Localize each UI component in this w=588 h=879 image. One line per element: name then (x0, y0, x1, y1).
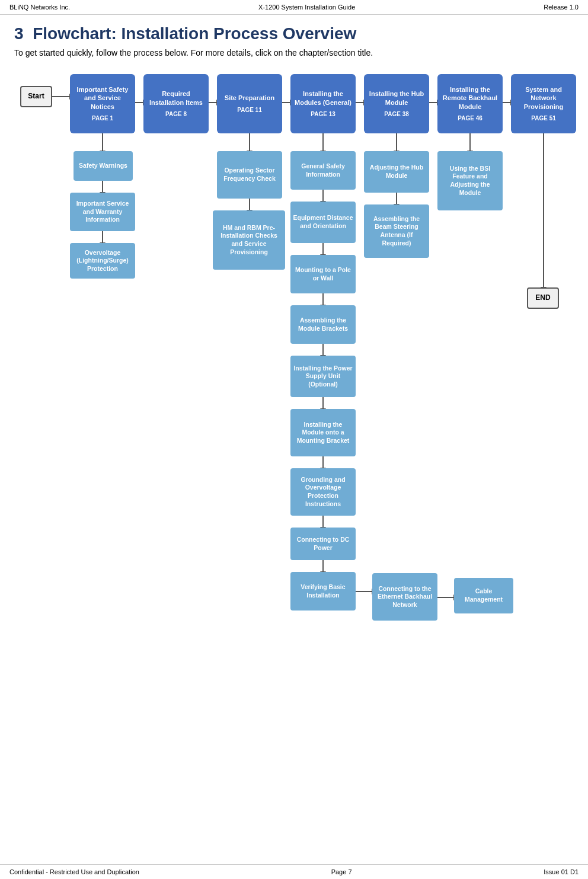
arrow-box3-operating (249, 133, 250, 151)
footer-left: Confidential - Restricted Use and Duplic… (9, 868, 139, 875)
box-assembling-brackets[interactable]: Assembling the Module Brackets (290, 305, 356, 344)
arrow-power-module-bracket (322, 397, 324, 409)
header-right: Release 1.0 (544, 4, 579, 11)
header-left: BLiNQ Networks Inc. (9, 4, 70, 11)
arrow-dc-verifying (322, 560, 324, 572)
arrow-box1-safety-warnings (102, 133, 103, 151)
box-required-items[interactable]: Required Installation Items PAGE 8 (143, 74, 209, 133)
arrow-adjusting-beam (396, 193, 397, 204)
box-system-network[interactable]: System and Network Provisioning PAGE 51 (511, 74, 576, 133)
box-hm-rbm[interactable]: HM and RBM Pre-Installation Checks and S… (213, 210, 285, 270)
arrow-box6-bsi (469, 133, 471, 151)
arrow-start-box1 (52, 96, 70, 97)
page-footer: Confidential - Restricted Use and Duplic… (0, 864, 588, 879)
box-grounding[interactable]: Grounding and Overvoltage Protection Ins… (290, 468, 356, 516)
section-title-text: Flowchart: Installation Process Overview (33, 24, 356, 43)
arrow-assembling-power (322, 344, 324, 356)
arrow-box4-box5 (356, 102, 364, 103)
end-box[interactable]: END (527, 287, 559, 309)
box-using-bsi[interactable]: Using the BSI Feature and Adjusting the … (437, 151, 503, 210)
arrow-general-equipment (322, 190, 324, 202)
box-hub-module[interactable]: Installing the Hub Module PAGE 38 (364, 74, 429, 133)
arrow-box7-end (543, 133, 544, 287)
box-mounting-pole[interactable]: Mounting to a Pole or Wall (290, 255, 356, 293)
section-title: 3 Flowchart: Installation Process Overvi… (14, 24, 574, 43)
box-operating-sector[interactable]: Operating Sector Frequency Check (217, 151, 282, 199)
box-adjusting-hub[interactable]: Adjusting the Hub Module (364, 151, 429, 193)
start-box[interactable]: Start (20, 86, 52, 107)
arrow-box5-adjusting (396, 133, 397, 151)
arrow-box1-box2 (135, 102, 143, 103)
box-important-service[interactable]: Important Service and Warranty Informati… (70, 193, 135, 231)
box-verifying-basic[interactable]: Verifying Basic Installation (290, 572, 356, 610)
box-installing-module-bracket[interactable]: Installing the Module onto a Mounting Br… (290, 409, 356, 456)
box-assembling-beam[interactable]: Assembling the Beam Steering Antenna (If… (364, 204, 429, 258)
box-general-safety[interactable]: General Safety Information (290, 151, 356, 190)
section-subtitle: To get started quickly, follow the proce… (14, 48, 574, 57)
box-important-safety[interactable]: Important Safety and Service Notices PAG… (70, 74, 135, 133)
box-safety-warnings[interactable]: Safety Warnings (74, 151, 133, 181)
arrow-safety-warranty (102, 181, 103, 193)
footer-right: Issue 01 D1 (544, 868, 579, 875)
flowchart: Start Important Safety and Service Notic… (14, 68, 577, 827)
arrow-box3-box4 (282, 102, 290, 103)
arrow-operating-hmrbm (249, 199, 250, 210)
box-equipment-distance[interactable]: Equipment Distance and Orientation (290, 202, 356, 243)
box-cable-management[interactable]: Cable Management (454, 578, 513, 613)
footer-center: Page 7 (331, 868, 352, 875)
section-number: 3 (14, 24, 24, 43)
header-center: X-1200 System Installation Guide (258, 4, 355, 11)
box-remote-backhaul[interactable]: Installing the Remote Backhaul Module PA… (437, 74, 503, 133)
arrow-box5-box6 (429, 102, 437, 103)
box-installing-power[interactable]: Installing the Power Supply Unit (Option… (290, 356, 356, 397)
arrow-mounting-assembling (322, 293, 324, 305)
arrow-grounding-dc (322, 516, 324, 528)
box-overvoltage[interactable]: Overvoltage (Lightning/Surge) Protection (70, 243, 135, 279)
page-header: BLiNQ Networks Inc. X-1200 System Instal… (0, 0, 588, 15)
arrow-equipment-mounting (322, 243, 324, 255)
arrow-box4-general-safety (322, 133, 324, 151)
box-installing-modules[interactable]: Installing the Modules (General) PAGE 13 (290, 74, 356, 133)
main-content: 3 Flowchart: Installation Process Overvi… (0, 15, 588, 862)
arrow-module-grounding (322, 456, 324, 468)
box-site-prep[interactable]: Site Preparation PAGE 11 (217, 74, 282, 133)
box-connecting-dc[interactable]: Connecting to DC Power (290, 528, 356, 560)
arrow-verifying-ethernet (356, 591, 372, 592)
arrow-box2-box3 (209, 102, 217, 103)
arrow-warranty-overvoltage (102, 231, 103, 243)
box-connecting-ethernet[interactable]: Connecting to the Ethernet Backhaul Netw… (372, 573, 437, 621)
arrow-box6-box7 (503, 102, 511, 103)
arrow-ethernet-cable (437, 597, 454, 598)
